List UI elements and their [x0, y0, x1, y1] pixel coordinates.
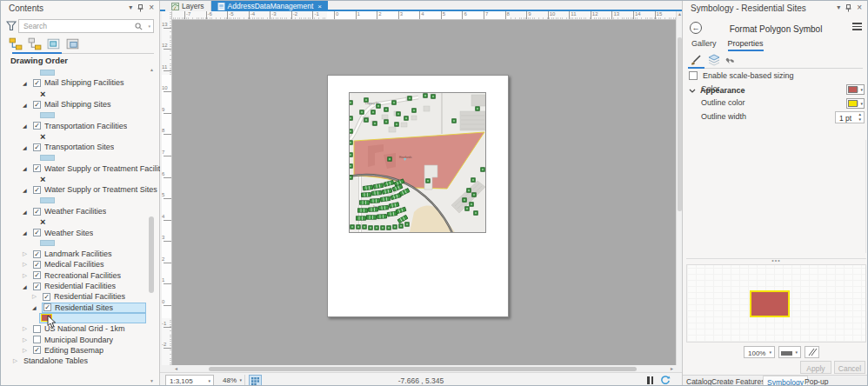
layout-canvas[interactable]: Legacy Dr Spring Garden Ln Frankford Rd …	[172, 20, 676, 365]
apply-button[interactable]: Apply	[800, 361, 831, 374]
expand-arrow-icon[interactable]: ▷	[13, 357, 23, 364]
layer-item[interactable]: ▷✓Residential Facilities	[1, 291, 160, 302]
layer-visibility-checkbox[interactable]: ✓	[33, 143, 41, 151]
layer-item[interactable]: ◢✓Residential Sites	[1, 303, 160, 313]
collapse-arrow-icon[interactable]: ◢	[23, 165, 32, 171]
menu-icon[interactable]	[852, 23, 862, 30]
x-point-symbol[interactable]: ×	[40, 132, 45, 141]
scroll-down-icon[interactable]: ▼	[148, 378, 156, 383]
collapse-arrow-icon[interactable]: ◢	[23, 283, 32, 290]
scrollbar-thumb[interactable]	[209, 367, 637, 371]
layer-item[interactable]: ◢✓Weather Sites	[1, 227, 160, 237]
layer-item[interactable]: ◢✓Mail Shipping Facilities	[1, 77, 160, 88]
scroll-up-icon[interactable]: ▲	[148, 67, 156, 72]
contents-scrollbar[interactable]: ▲ ▼	[148, 67, 156, 383]
map-frame[interactable]: Legacy Dr Spring Garden Ln Frankford Rd …	[349, 92, 486, 233]
tab-create-features[interactable]: Create Features	[711, 377, 765, 386]
polygon-symbol-swatch[interactable]	[40, 112, 55, 118]
legend-symbol-item[interactable]	[1, 238, 160, 249]
legend-symbol-item[interactable]	[1, 67, 160, 77]
collapse-arrow-icon[interactable]: ◢	[23, 123, 32, 129]
stepper-arrows[interactable]: ▲▼	[858, 112, 862, 123]
pin-icon[interactable]	[137, 4, 144, 12]
polygon-symbol-swatch[interactable]	[40, 70, 55, 76]
tab-symbology[interactable]: Symbology	[763, 376, 808, 386]
layer-item[interactable]: ▷✓Landmark Facilities	[1, 249, 160, 259]
layer-item[interactable]: ▷US National Grid - 1km	[1, 323, 160, 334]
layer-item[interactable]: ◢✓Water Supply or Treatment Sites	[1, 184, 160, 195]
outline-color-picker[interactable]: ▾	[846, 98, 865, 109]
search-icon[interactable]	[135, 23, 143, 30]
layers-tab-icon[interactable]	[707, 53, 721, 66]
layer-visibility-checkbox[interactable]: ✓	[33, 346, 41, 354]
close-tab-icon[interactable]: ×	[317, 3, 322, 10]
legend-symbol-item[interactable]	[1, 313, 160, 323]
collapse-arrow-icon[interactable]: ◢	[32, 304, 42, 310]
polygon-symbol-swatch[interactable]	[40, 155, 55, 161]
x-point-symbol[interactable]: ×	[40, 175, 45, 183]
preview-zoom-combo[interactable]: 100% ▾	[744, 346, 775, 358]
legend-symbol-item[interactable]	[1, 196, 160, 206]
tab-popup[interactable]: Pop-up	[805, 377, 828, 386]
tab-addressdatamanagement[interactable]: AddressDataManagement ×	[211, 1, 328, 11]
layer-visibility-checkbox[interactable]: ✓	[33, 271, 41, 279]
layer-item[interactable]: ◢✓Transportation Facilities	[1, 120, 160, 130]
layer-item[interactable]: ▷✓Editing Basemap	[1, 345, 160, 356]
close-icon[interactable]: ×	[857, 3, 862, 12]
close-icon[interactable]: ×	[149, 3, 154, 12]
scroll-left-icon[interactable]: ◄	[174, 366, 178, 371]
expand-arrow-icon[interactable]: ▷	[23, 347, 32, 354]
expand-arrow-icon[interactable]: ▷	[23, 325, 32, 332]
canvas-horizontal-scrollbar[interactable]: ◄ ►	[172, 365, 676, 372]
preview-splitter[interactable]: •••	[686, 258, 866, 263]
pin-icon[interactable]	[845, 4, 851, 12]
layer-visibility-checkbox[interactable]	[33, 325, 41, 333]
legend-symbol-item[interactable]: ×	[1, 216, 160, 227]
legend-symbol-item[interactable]: ×	[1, 89, 160, 99]
polygon-symbol-swatch[interactable]	[40, 197, 55, 203]
layer-item[interactable]: ◢✓Residential Facilities	[1, 281, 160, 291]
legend-symbol-item[interactable]: ×	[1, 174, 160, 184]
outline-width-input[interactable]: 1 pt ▲▼	[835, 111, 865, 123]
brush-tab-icon[interactable]	[690, 53, 703, 66]
scrollbar-thumb[interactable]	[149, 216, 154, 293]
layer-visibility-checkbox[interactable]	[33, 336, 41, 343]
x-point-symbol[interactable]: ×	[40, 90, 45, 98]
pause-drawing-button[interactable]	[647, 376, 654, 384]
layer-visibility-checkbox[interactable]: ✓	[33, 101, 41, 109]
collapse-arrow-icon[interactable]: ◢	[23, 230, 32, 236]
search-input[interactable]: Search ▾	[18, 19, 154, 33]
layer-item[interactable]: ◢✓Mail Shipping Sites	[1, 99, 160, 110]
draw-options-button[interactable]	[805, 346, 819, 358]
list-by-source-icon[interactable]	[27, 37, 43, 51]
layer-visibility-checkbox[interactable]: ✓	[33, 229, 41, 236]
fill-color-picker[interactable]: ▾	[846, 84, 865, 95]
preview-background-combo[interactable]: ▾	[778, 346, 801, 358]
x-point-symbol[interactable]: ×	[40, 217, 45, 226]
layer-visibility-checkbox[interactable]: ✓	[33, 283, 41, 290]
collapse-arrow-icon[interactable]: ◢	[23, 187, 32, 193]
expand-arrow-icon[interactable]: ▷	[23, 272, 32, 279]
layer-visibility-checkbox[interactable]: ✓	[33, 164, 41, 172]
layer-item[interactable]: ◢✓Water Supply or Treatment Facilities	[1, 163, 160, 174]
canvas-vertical-scrollbar[interactable]: ▲	[676, 11, 682, 365]
tab-gallery[interactable]: Gallery	[691, 39, 717, 51]
legend-symbol-item[interactable]: ×	[1, 131, 160, 142]
chevron-down-icon[interactable]	[689, 89, 696, 93]
tab-properties[interactable]: Properties	[728, 39, 764, 51]
layer-visibility-checkbox[interactable]: ✓	[33, 186, 41, 194]
layer-visibility-checkbox[interactable]: ✓	[33, 122, 41, 130]
panel-options-icon[interactable]: ▾	[837, 3, 840, 12]
layer-item[interactable]: ▷✓Recreational Facilities	[1, 270, 160, 281]
layer-visibility-checkbox[interactable]: ✓	[43, 293, 50, 301]
tab-catalog[interactable]: Catalog	[686, 377, 711, 386]
list-by-drawing-order-icon[interactable]	[8, 37, 23, 51]
layer-item[interactable]: ▷✓Medical Facilities	[1, 259, 160, 270]
scroll-right-icon[interactable]: ►	[670, 366, 674, 371]
expand-arrow-icon[interactable]: ▷	[23, 250, 32, 257]
layer-visibility-checkbox[interactable]: ✓	[43, 303, 51, 311]
refresh-icon[interactable]	[660, 375, 671, 385]
expand-arrow-icon[interactable]: ▷	[23, 261, 32, 268]
layer-item[interactable]: ◢✓Weather Facilities	[1, 206, 160, 216]
collapse-arrow-icon[interactable]: ◢	[23, 102, 32, 108]
